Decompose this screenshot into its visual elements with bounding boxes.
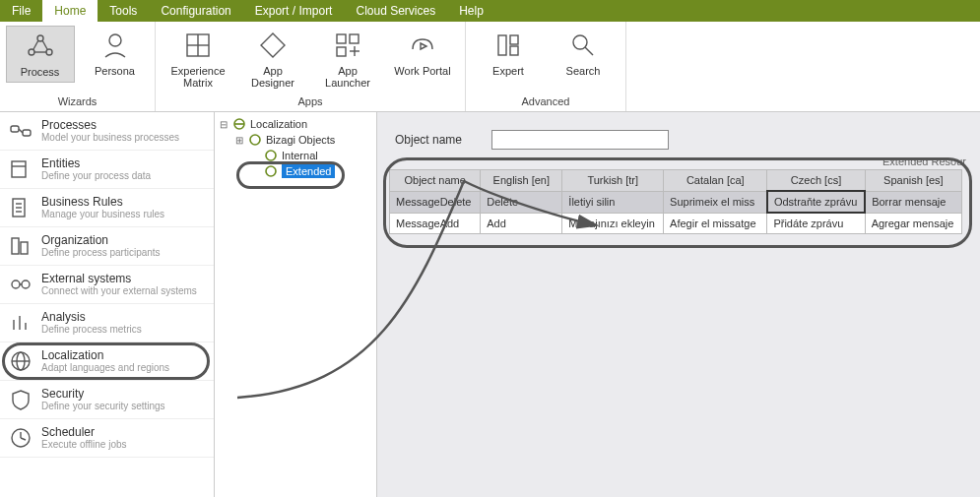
expand-icon[interactable]: ⊞ xyxy=(234,135,244,146)
tree-panel: ⊟ Localization ⊞ Bizagi Objects Internal… xyxy=(215,112,377,497)
tree-node-extended[interactable]: Extended xyxy=(217,163,374,179)
cell[interactable]: Agregar mensaje xyxy=(865,213,961,234)
sidebar-item-sub: Define your security settings xyxy=(41,401,165,411)
svg-rect-25 xyxy=(12,161,26,177)
cell[interactable]: MessageDelete xyxy=(390,191,481,213)
experience-matrix-icon xyxy=(182,30,214,61)
sidebar-item-label: Scheduler xyxy=(41,425,127,439)
ribbon-app-designer[interactable]: App Designer xyxy=(238,26,307,93)
extended-resources-label: Extended Resour xyxy=(882,155,966,167)
tree-root-localization[interactable]: ⊟ Localization xyxy=(217,116,374,132)
sidebar-item-sub: Define your process data xyxy=(41,170,151,181)
sidebar-item-external-systems[interactable]: External systemsConnect with your extern… xyxy=(0,266,214,304)
entities-icon xyxy=(8,156,33,182)
security-icon xyxy=(8,387,33,412)
cell[interactable]: Přidáte zprávu xyxy=(767,213,865,234)
svg-line-3 xyxy=(33,40,38,49)
svg-rect-18 xyxy=(510,35,518,44)
persona-icon xyxy=(99,30,131,61)
ribbon-app-designer-label: App Designer xyxy=(240,65,305,89)
sidebar-item-business-rules[interactable]: Business RulesManage your business rules xyxy=(0,189,214,227)
svg-line-44 xyxy=(21,438,26,440)
table-header-row: Object name English [en] Turkish [tr] Ca… xyxy=(390,170,962,192)
tree-node-bizagi-objects[interactable]: ⊞ Bizagi Objects xyxy=(217,132,374,148)
ribbon-persona-label: Persona xyxy=(95,65,135,77)
col-czech[interactable]: Czech [cs] xyxy=(767,170,865,192)
processes-icon xyxy=(8,118,33,144)
menu-configuration[interactable]: Configuration xyxy=(149,0,242,22)
object-name-input[interactable] xyxy=(491,130,669,150)
svg-point-33 xyxy=(12,280,20,288)
col-english[interactable]: English [en] xyxy=(481,170,562,192)
menu-cloud-services[interactable]: Cloud Services xyxy=(344,0,447,22)
business-rules-icon xyxy=(8,195,33,220)
col-object-name[interactable]: Object name xyxy=(390,170,481,192)
sidebar-item-sub: Adapt languages and regions xyxy=(41,362,169,373)
ribbon-search[interactable]: Search xyxy=(549,26,618,81)
cell[interactable]: Afegir el missatge xyxy=(664,213,767,234)
ribbon-experience-matrix[interactable]: Experience Matrix xyxy=(163,26,232,93)
cell[interactable]: Delete xyxy=(481,191,562,213)
sidebar-item-sub: Define process metrics xyxy=(41,324,142,335)
ribbon-expert[interactable]: Expert xyxy=(474,26,543,81)
col-catalan[interactable]: Catalan [ca] xyxy=(664,170,767,192)
svg-marker-16 xyxy=(421,43,426,49)
table-row[interactable]: MessageAdd Add Mesajınızı ekleyin Afegir… xyxy=(390,213,962,234)
tree-label: Localization xyxy=(250,118,307,130)
svg-rect-22 xyxy=(11,126,19,132)
sidebar: ProcessesModel your business processes E… xyxy=(0,112,215,497)
cell[interactable]: İletiyi silin xyxy=(562,191,664,213)
ribbon-process[interactable]: Process xyxy=(6,26,75,83)
menu-export-import[interactable]: Export / Import xyxy=(243,0,345,22)
svg-rect-32 xyxy=(21,242,28,254)
cell[interactable]: Add xyxy=(481,213,562,234)
table-row[interactable]: MessageDelete Delete İletiyi silin Supri… xyxy=(390,191,962,213)
menu-bar: File Home Tools Configuration Export / I… xyxy=(0,0,980,22)
svg-rect-23 xyxy=(23,130,31,136)
ribbon-search-label: Search xyxy=(566,65,601,77)
menu-help[interactable]: Help xyxy=(447,0,495,22)
ribbon-group-apps: Experience Matrix App Designer App Launc… xyxy=(156,22,466,111)
ribbon-persona[interactable]: Persona xyxy=(81,26,150,83)
menu-file[interactable]: File xyxy=(0,0,42,22)
tree-node-internal[interactable]: Internal xyxy=(217,148,374,163)
globe-icon xyxy=(264,164,278,178)
svg-rect-19 xyxy=(510,46,518,55)
expert-icon xyxy=(492,30,524,61)
cell[interactable]: Mesajınızı ekleyin xyxy=(562,213,664,234)
app-launcher-icon xyxy=(332,30,363,61)
col-spanish[interactable]: Spanish [es] xyxy=(865,170,961,192)
sidebar-item-security[interactable]: SecurityDefine your security settings xyxy=(0,381,214,419)
sidebar-item-localization[interactable]: LocalizationAdapt languages and regions xyxy=(0,342,214,381)
cell[interactable]: Suprimeix el miss xyxy=(664,191,767,213)
svg-line-24 xyxy=(19,129,23,133)
analysis-icon xyxy=(8,310,33,336)
collapse-icon[interactable]: ⊟ xyxy=(219,119,229,130)
sidebar-item-entities[interactable]: EntitiesDefine your process data xyxy=(0,151,214,189)
sidebar-item-label: External systems xyxy=(41,272,197,285)
ribbon-group-wizards-label: Wizards xyxy=(58,95,98,109)
cell-editing[interactable]: Odstraňte zprávu xyxy=(767,191,865,213)
sidebar-item-scheduler[interactable]: SchedulerExecute offline jobs xyxy=(0,419,214,458)
cell[interactable]: MessageAdd xyxy=(390,213,481,234)
ribbon-group-wizards: Process Persona Wizards xyxy=(0,22,156,111)
menu-home[interactable]: Home xyxy=(42,0,98,22)
sidebar-item-organization[interactable]: OrganizationDefine process participants xyxy=(0,227,214,266)
app-designer-icon xyxy=(257,30,289,61)
menu-tools[interactable]: Tools xyxy=(98,0,149,22)
sidebar-item-label: Localization xyxy=(41,348,169,362)
extended-table-wrap: Extended Resour Object name English [en]… xyxy=(389,169,968,234)
localization-icon xyxy=(8,348,33,374)
ribbon-work-portal[interactable]: Work Portal xyxy=(388,26,457,93)
ribbon-process-label: Process xyxy=(21,66,60,78)
ribbon-app-launcher[interactable]: App Launcher xyxy=(313,26,382,93)
sidebar-item-processes[interactable]: ProcessesModel your business processes xyxy=(0,112,214,151)
sidebar-item-sub: Define process participants xyxy=(41,247,161,258)
body: ProcessesModel your business processes E… xyxy=(0,112,980,497)
ribbon-group-advanced-label: Advanced xyxy=(522,95,570,109)
svg-point-47 xyxy=(250,135,260,145)
col-turkish[interactable]: Turkish [tr] xyxy=(562,170,664,192)
cell[interactable]: Borrar mensaje xyxy=(865,191,961,213)
sidebar-item-analysis[interactable]: AnalysisDefine process metrics xyxy=(0,304,214,342)
scheduler-icon xyxy=(8,425,33,451)
